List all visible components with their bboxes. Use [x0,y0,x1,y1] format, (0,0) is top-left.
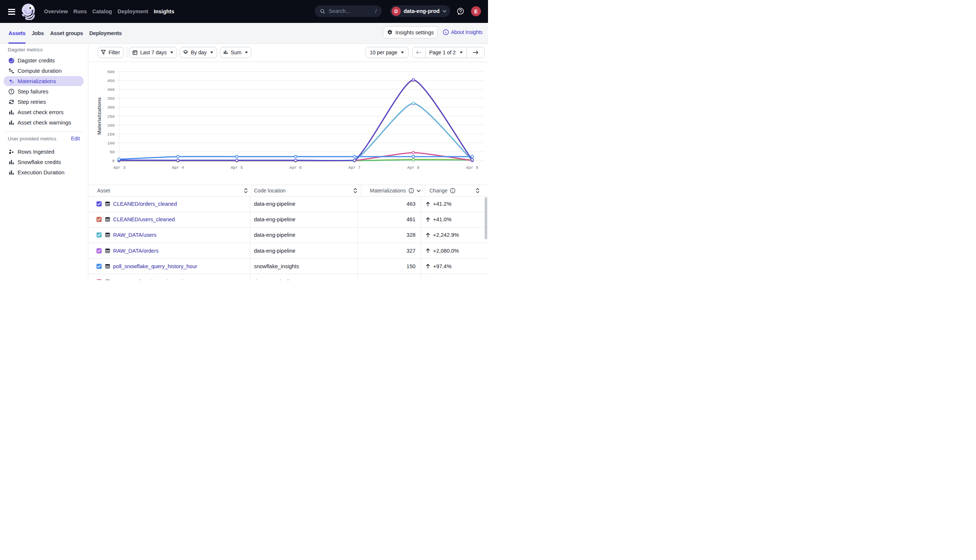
svg-text:200: 200 [107,123,115,128]
svg-text:450: 450 [107,79,115,83]
svg-text:Apr 6: Apr 6 [289,165,302,170]
svg-text:Apr 7: Apr 7 [348,165,361,170]
svg-text:Apr 8: Apr 8 [407,165,419,170]
svg-text:500: 500 [107,70,115,74]
svg-text:Apr 9: Apr 9 [466,165,478,170]
svg-text:Apr 4: Apr 4 [172,165,184,170]
svg-text:Apr 5: Apr 5 [231,165,243,170]
svg-text:100: 100 [107,141,115,145]
svg-text:400: 400 [107,88,115,92]
svg-text:250: 250 [107,115,115,119]
svg-text:300: 300 [107,105,115,110]
svg-text:150: 150 [107,132,115,137]
svg-text:Apr 3: Apr 3 [113,165,125,170]
svg-text:350: 350 [107,97,115,101]
svg-text:50: 50 [110,150,115,154]
svg-text:Materializations: Materializations [97,97,102,135]
svg-text:0: 0 [112,159,115,163]
